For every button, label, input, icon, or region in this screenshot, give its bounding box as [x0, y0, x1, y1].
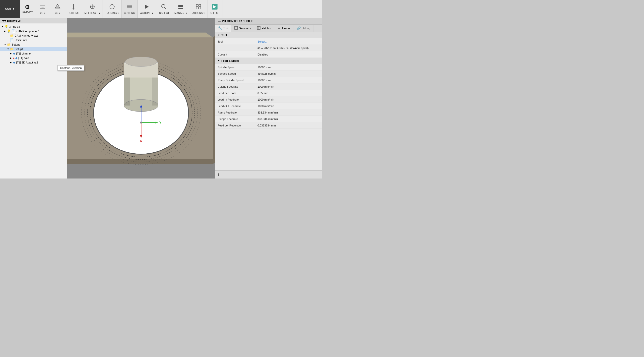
tree-label-cam-component: CAM Component:1 [16, 30, 40, 32]
tab-heights-label: Heights [262, 27, 271, 30]
multiaxis-label: MULTI-AXIS ▾ [84, 12, 100, 14]
prop-spindle-speed: Spindle Speed 10000 rpm [215, 64, 322, 70]
geometry-tab-icon [234, 26, 238, 30]
value-spindle-speed: 10000 rpm [258, 66, 320, 69]
tab-tool[interactable]: 🔧 Tool [215, 25, 231, 32]
cutting-label: CUTTING [124, 12, 135, 14]
label-lead-in-feedrate: Lead-In Feedrate [218, 98, 258, 101]
toolbar-3d[interactable]: 3D 3D ▾ [50, 0, 65, 18]
tab-tool-label: Tool [223, 27, 228, 30]
toolbar-setup[interactable]: ⚙ SETUP ▾ [20, 0, 35, 18]
prop-ramp-spindle: Ramp Spindle Speed 10000 rpm [215, 77, 322, 84]
browser-minimize[interactable]: — [62, 19, 65, 22]
panel-header: — 2D CONTOUR : HOLE [215, 18, 322, 25]
tool-section-toggle: ▼ [218, 34, 220, 36]
tree-item-cam-component[interactable]: ▶ 💡 📄 CAM Component:1 [0, 29, 67, 33]
info-icon: ℹ [218, 172, 219, 176]
multiaxis-icon [89, 3, 96, 11]
prop-feed-per-tooth: Feed per Tooth 0.05 mm [215, 90, 322, 96]
toolbar-turning[interactable]: TURNING ▾ [103, 0, 121, 18]
tree-item-setup1[interactable]: ▼ 📁 Setup1 [0, 47, 67, 51]
svg-rect-53 [234, 26, 238, 30]
tree-item-units[interactable]: 📄 Units: mm [0, 38, 67, 42]
actions-label: ACTIONS ▾ [140, 12, 153, 14]
tree-label-units: Units: mm [15, 38, 27, 42]
toolbar-inspect[interactable]: INSPECT [156, 0, 172, 18]
toolbar: CAM ▼ ⚙ SETUP ▾ 2D 2D ▾ 3D 3D ▾ DRILLING… [0, 0, 322, 18]
contour-selection-tooltip: Contour Selection [57, 65, 67, 71]
value-coolant: Disabled [258, 53, 320, 56]
setup-icon: ⚙ [25, 4, 30, 10]
label-spindle-speed: Spindle Speed [218, 66, 258, 69]
toolbar-multiaxis[interactable]: MULTI-AXIS ▾ [82, 0, 103, 18]
svg-point-14 [162, 4, 165, 8]
browser-header: ◀◀ BROWSER — [0, 18, 67, 24]
svg-text:X: X [140, 139, 142, 143]
tab-linking-label: Linking [302, 27, 310, 30]
tab-heights[interactable]: Heights [254, 25, 274, 32]
svg-rect-22 [199, 7, 201, 9]
tree-item-root[interactable]: ▼ 💡 3-ring v3 [0, 24, 67, 29]
select-icon [211, 3, 218, 11]
tree-label-setup1: Setup1 [15, 48, 24, 50]
value-tool-select[interactable]: Select... [258, 40, 320, 43]
value-ramp-spindle: 10000 rpm [258, 79, 320, 82]
svg-rect-4 [73, 4, 74, 8]
viewport[interactable]: Y X [67, 18, 215, 178]
3d-label: 3D ▾ [55, 12, 60, 14]
prop-plunge-feedrate: Plunge Feedrate 333.334 mm/min [215, 116, 322, 122]
svg-text:2D: 2D [41, 6, 44, 9]
feed-speed-title: Feed & Speed [222, 59, 240, 62]
label-tool: Tool [218, 40, 258, 43]
tree-label-root: 3-ring v3 [9, 25, 20, 28]
tab-geometry[interactable]: Geometry [231, 25, 254, 32]
prop-surface-speed: Surface Speed 49.8728 m/min [215, 70, 322, 77]
tab-passes[interactable]: Passes [274, 25, 294, 32]
toolbar-manage[interactable]: MANAGE ▾ [172, 0, 190, 18]
svg-marker-28 [213, 32, 215, 164]
svg-rect-18 [178, 8, 183, 9]
browser-collapse-left[interactable]: ◀◀ [2, 19, 6, 22]
tree-item-adaptive2[interactable]: ▶ ◆ [T1] 2D Adaptive2 [0, 60, 67, 65]
manage-label: MANAGE ▾ [174, 12, 187, 14]
toolbar-select[interactable]: SELECT [208, 0, 222, 18]
panel-tabs: 🔧 Tool Geometry Heights Passes [215, 25, 322, 32]
label-ramp-feedrate: Ramp Feedrate [218, 111, 258, 114]
toolbar-drilling[interactable]: DRILLING [65, 0, 82, 18]
browser-title: BROWSER [7, 19, 21, 22]
value-lead-in-feedrate: 1000 mm/min [258, 98, 320, 101]
label-coolant: Coolant [218, 53, 258, 56]
toolbar-2d[interactable]: 2D 2D ▾ [35, 0, 50, 18]
tree-item-hole[interactable]: ▶ ● ◆ [T1] hole [0, 56, 67, 60]
feed-speed-section-header[interactable]: ▼ Feed & Speed [215, 58, 322, 64]
value-cutting-feedrate: 1000 mm/min [258, 85, 320, 88]
tool-section-header[interactable]: ▼ Tool [215, 32, 322, 38]
cutting-icon [126, 3, 133, 11]
panel-collapse-btn[interactable]: — [218, 20, 221, 23]
svg-text:3D: 3D [56, 6, 59, 8]
value-feed-per-tooth: 0.05 mm [258, 92, 320, 94]
tool-section-title: Tool [222, 34, 227, 36]
label-ramp-spindle: Ramp Spindle Speed [218, 79, 258, 82]
toolbar-addins[interactable]: ADD-INS ▾ [190, 0, 208, 18]
panel-title: 2D CONTOUR : HOLE [222, 20, 253, 23]
3d-icon: 3D [54, 3, 61, 11]
tree-item-setups[interactable]: ▼ 📁 Setups [0, 42, 67, 47]
prop-cutting-feedrate: Cutting Feedrate 1000 mm/min [215, 84, 322, 90]
tree-label-cam-named-views: CAM Named Views [15, 34, 38, 37]
cam-menu-button[interactable]: CAM ▼ [0, 0, 20, 18]
tool-tab-icon: 🔧 [218, 26, 222, 30]
toolbar-actions[interactable]: ACTIONS ▾ [138, 0, 156, 18]
heights-tab-icon [257, 26, 260, 30]
tree-label-setups: Setups [12, 43, 20, 46]
tree-item-cam-named-views[interactable]: 📁 CAM Named Views [0, 33, 67, 38]
tree-item-channel[interactable]: ▶ ◆ [T1] channel [0, 51, 67, 56]
turning-label: TURNING ▾ [105, 12, 118, 14]
manage-icon [177, 3, 184, 11]
cam-arrow: ▼ [12, 8, 15, 10]
tab-linking[interactable]: 🔗 Linking [294, 25, 314, 32]
toolbar-cutting[interactable]: CUTTING [122, 0, 138, 18]
label-surface-speed: Surface Speed [218, 72, 258, 75]
value-lead-out-feedrate: 1000 mm/min [258, 104, 320, 108]
label-feed-per-tooth: Feed per Tooth [218, 92, 258, 94]
